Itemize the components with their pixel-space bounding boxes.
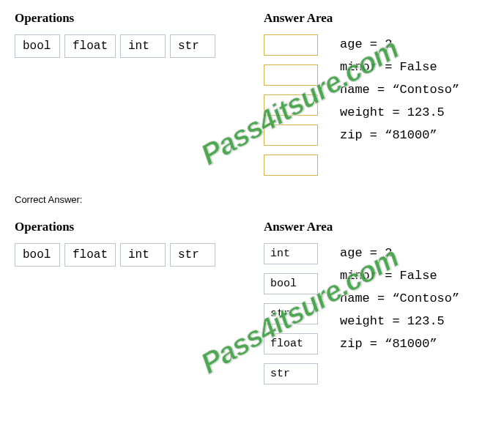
code-line-5: zip = “81000” (340, 128, 459, 142)
drop-slot-2[interactable] (264, 64, 318, 86)
drop-slot-1[interactable] (264, 34, 318, 56)
drop-slot-5[interactable] (264, 155, 318, 176)
code-lines: age = 2 minor = False name = “Contoso” w… (340, 34, 459, 142)
operations-column: Operations bool float int str (15, 11, 264, 58)
op-float[interactable]: float (64, 34, 116, 58)
answer-section: Operations bool float int str Answer Are… (15, 220, 489, 384)
op-float[interactable]: float (64, 243, 116, 267)
op-int[interactable]: int (120, 243, 166, 267)
op-bool[interactable]: bool (15, 34, 60, 58)
filled-slot-4[interactable]: float (264, 333, 318, 354)
code-line-1: age = 2 (340, 246, 459, 260)
code-line-3: name = “Contoso” (340, 83, 459, 97)
code-line-3: name = “Contoso” (340, 291, 459, 305)
correct-answer-label: Correct Answer: (15, 194, 489, 205)
question-section: Operations bool float int str Answer Are… (15, 11, 489, 176)
filled-slot-1[interactable]: int (264, 243, 318, 264)
code-line-4: weight = 123.5 (340, 105, 459, 119)
answer-area-column-answer: Answer Area int bool str float str age =… (264, 220, 489, 384)
op-str[interactable]: str (170, 34, 215, 58)
answer-area-heading: Answer Area (264, 11, 489, 26)
answer-area-column: Answer Area age = 2 minor = False name =… (264, 11, 489, 176)
operations-heading: Operations (15, 11, 264, 26)
filled-slot-5[interactable]: str (264, 363, 318, 384)
operations-column-answer: Operations bool float int str (15, 220, 264, 267)
filled-slot-2[interactable]: bool (264, 273, 318, 294)
drop-slots (264, 34, 318, 176)
filled-slots: int bool str float str (264, 243, 318, 384)
answer-area-heading-answer: Answer Area (264, 220, 489, 234)
operations-heading-answer: Operations (15, 220, 264, 234)
code-line-2: minor = False (340, 269, 459, 283)
code-lines-answer: age = 2 minor = False name = “Contoso” w… (340, 243, 459, 351)
drop-slot-4[interactable] (264, 124, 318, 146)
drop-slot-3[interactable] (264, 94, 318, 116)
op-int[interactable]: int (120, 34, 166, 58)
op-bool[interactable]: bool (15, 243, 60, 267)
code-line-1: age = 2 (340, 37, 459, 51)
code-line-2: minor = False (340, 60, 459, 74)
code-line-5: zip = “81000” (340, 337, 459, 351)
op-str[interactable]: str (170, 243, 215, 267)
filled-slot-3[interactable]: str (264, 303, 318, 324)
code-line-4: weight = 123.5 (340, 314, 459, 328)
operations-row-answer: bool float int str (15, 243, 264, 267)
operations-row: bool float int str (15, 34, 264, 58)
